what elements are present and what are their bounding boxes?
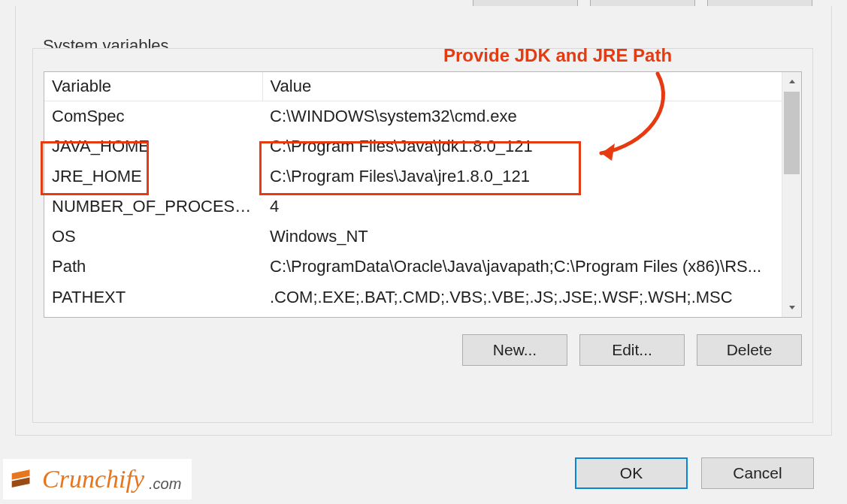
cell-variable: JAVA_HOME (44, 131, 262, 161)
dialog-button-row: OK Cancel (575, 457, 814, 489)
variables-table: Variable Value ComSpecC:\WINDOWS\system3… (44, 72, 782, 317)
system-variables-group: Variable Value ComSpecC:\WINDOWS\system3… (32, 48, 813, 423)
table-row[interactable]: JAVA_HOMEC:\Program Files\Java\jdk1.8.0_… (44, 131, 782, 161)
delete-button[interactable]: Delete (697, 334, 802, 366)
scrollbar[interactable] (782, 72, 801, 317)
cell-value: C:\WINDOWS\system32\cmd.exe (262, 101, 782, 132)
cell-variable: ComSpec (44, 101, 262, 132)
scroll-thumb[interactable] (784, 92, 800, 174)
crunchify-logo-icon (11, 468, 36, 490)
cell-variable: JRE_HOME (44, 161, 262, 192)
col-header-value[interactable]: Value (262, 72, 782, 101)
cell-value: C:\Program Files\Java\jdk1.8.0_121 (262, 131, 782, 161)
cell-variable: PROCESSOR_ARCHITECTURE (44, 312, 262, 317)
ok-button[interactable]: OK (575, 457, 688, 489)
col-header-variable[interactable]: Variable (44, 72, 262, 101)
group-button-row: New... Edit... Delete (462, 334, 802, 366)
variables-table-container: Variable Value ComSpecC:\WINDOWS\system3… (44, 71, 802, 318)
cell-value: 4 (262, 192, 782, 222)
table-row[interactable]: JRE_HOMEC:\Program Files\Java\jre1.8.0_1… (44, 161, 782, 192)
cancel-button[interactable]: Cancel (701, 457, 814, 489)
crunchify-logo: Crunchify .com (3, 459, 192, 499)
table-row[interactable]: PathC:\ProgramData\Oracle\Java\javapath;… (44, 252, 782, 282)
logo-brand: Crunchify (42, 465, 144, 493)
cell-variable: OS (44, 222, 262, 252)
cell-value: C:\Program Files\Java\jre1.8.0_121 (262, 161, 782, 192)
cell-value: C:\ProgramData\Oracle\Java\javapath;C:\P… (262, 252, 782, 282)
scroll-up-icon[interactable] (782, 72, 801, 92)
table-header-row: Variable Value (44, 72, 782, 101)
dialog-panel: System variables Variable Value ComSpe (15, 6, 832, 436)
table-row[interactable]: PROCESSOR_ARCHITECTUREAMD64 (44, 312, 782, 317)
variables-table-body[interactable]: Variable Value ComSpecC:\WINDOWS\system3… (44, 72, 782, 317)
new-button[interactable]: New... (462, 334, 567, 366)
table-row[interactable]: ComSpecC:\WINDOWS\system32\cmd.exe (44, 101, 782, 132)
table-row[interactable]: PATHEXT.COM;.EXE;.BAT;.CMD;.VBS;.VBE;.JS… (44, 282, 782, 312)
scroll-down-icon[interactable] (782, 297, 801, 317)
logo-suffix: .com (149, 475, 181, 493)
edit-button[interactable]: Edit... (579, 334, 685, 366)
table-row[interactable]: NUMBER_OF_PROCESSORS4 (44, 192, 782, 222)
cell-variable: Path (44, 252, 262, 282)
cell-value: AMD64 (262, 312, 782, 317)
cell-variable: NUMBER_OF_PROCESSORS (44, 192, 262, 222)
cell-value: .COM;.EXE;.BAT;.CMD;.VBS;.VBE;.JS;.JSE;.… (262, 282, 782, 312)
cell-value: Windows_NT (262, 222, 782, 252)
table-row[interactable]: OSWindows_NT (44, 222, 782, 252)
cell-variable: PATHEXT (44, 282, 262, 312)
annotation-text: Provide JDK and JRE Path (443, 45, 672, 66)
